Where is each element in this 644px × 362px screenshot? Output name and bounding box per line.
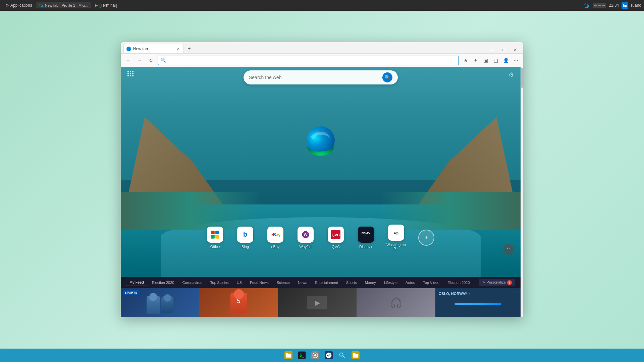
quick-link-disney[interactable]: DISNEY + Disney+ bbox=[354, 227, 378, 249]
close-button[interactable]: ✕ bbox=[510, 47, 521, 53]
bottom-taskbar: $_ bbox=[0, 349, 644, 362]
news-tab-lifestyle[interactable]: Lifestyle bbox=[381, 279, 401, 286]
disney-label: Disney+ bbox=[359, 245, 373, 249]
svg-rect-2 bbox=[215, 231, 219, 234]
extensions-icon[interactable]: ▣ bbox=[481, 56, 490, 65]
address-input-wrapper[interactable]: 🔍 bbox=[158, 56, 459, 65]
browser-content: ⚙ 🔍 bbox=[121, 67, 521, 317]
taskbar-folder[interactable] bbox=[350, 350, 362, 361]
ebay-label: eBay bbox=[271, 245, 279, 249]
tab-favicon bbox=[126, 47, 131, 51]
svg-text:+: + bbox=[365, 234, 367, 238]
news-tab-autos[interactable]: Autos bbox=[402, 279, 418, 286]
more-icon[interactable]: ⋯ bbox=[511, 56, 521, 65]
news-tab-us[interactable]: US bbox=[233, 279, 245, 286]
edge-taskbar-icon bbox=[39, 3, 44, 8]
news-card-oslo[interactable]: OSLO, NORWAY › ⋯ bbox=[435, 288, 521, 317]
news-card-3[interactable]: ▶ bbox=[278, 288, 357, 317]
quick-link-wayfair[interactable]: W Wayfair bbox=[294, 227, 317, 249]
news-card-4[interactable]: 🎧 bbox=[357, 288, 435, 317]
window-controls: — □ ✕ bbox=[487, 47, 521, 53]
quick-links: Office b Bing bbox=[203, 225, 438, 251]
ebay-icon: eBay bbox=[267, 227, 283, 243]
split-screen-icon[interactable]: ◫ bbox=[491, 56, 500, 65]
taskbar-files[interactable] bbox=[282, 350, 294, 361]
taskbar-terminal[interactable]: $_ bbox=[296, 350, 308, 361]
news-tab-science[interactable]: Science bbox=[273, 279, 293, 286]
svg-text:W: W bbox=[304, 232, 308, 237]
news-tab-sports[interactable]: Sports bbox=[343, 279, 360, 286]
taskbar-app-edge[interactable]: New tab - Profile 1 - Micr... bbox=[36, 2, 91, 8]
taskbar-app-terminal[interactable]: ▶ [Terminal] bbox=[92, 2, 119, 8]
active-tab[interactable]: New tab ✕ bbox=[123, 44, 184, 53]
minimize-button[interactable]: — bbox=[487, 47, 498, 53]
quick-link-office[interactable]: Office bbox=[203, 227, 227, 249]
desktop: ⚙ Applications New tab - Profile 1 - Mic… bbox=[0, 0, 644, 362]
address-input[interactable] bbox=[167, 58, 456, 63]
page-settings-icon[interactable]: ⚙ bbox=[508, 71, 514, 78]
search-bar[interactable]: 🔍 bbox=[244, 70, 398, 84]
news-tab-top-stories[interactable]: Top Stories bbox=[207, 279, 232, 286]
maximize-button[interactable]: □ bbox=[498, 47, 509, 53]
new-tab-button[interactable]: + bbox=[184, 44, 194, 53]
waffle-menu-icon[interactable] bbox=[127, 71, 134, 76]
reload-button[interactable]: ↻ bbox=[146, 56, 156, 65]
oslo-card-menu[interactable]: ⋯ bbox=[514, 290, 519, 296]
quick-link-ebay[interactable]: eBay eBay bbox=[264, 227, 287, 249]
tab-title: New tab bbox=[133, 47, 173, 51]
qvc-label: QVC bbox=[332, 245, 340, 249]
personalize-button[interactable]: ✎ Personalize 1 bbox=[479, 279, 515, 286]
taskbar-browser[interactable] bbox=[323, 350, 335, 361]
news-tab-top-video[interactable]: Top Video bbox=[420, 279, 443, 286]
search-input[interactable] bbox=[249, 75, 380, 80]
svg-text:QVC: QVC bbox=[332, 233, 340, 237]
scroll-up-button[interactable]: ⌃ bbox=[503, 244, 514, 255]
news-tab-money[interactable]: Money bbox=[362, 279, 379, 286]
oslo-title: OSLO, NORWAY › bbox=[439, 292, 517, 296]
hp-icon: hp bbox=[622, 2, 628, 9]
new-tab-page: ⚙ 🔍 bbox=[121, 67, 521, 317]
sports-badge: SPORTS bbox=[123, 290, 139, 295]
browser-window: New tab ✕ + — □ ✕ ← → ↻ 🔍 bbox=[121, 42, 523, 317]
bing-label: Bing bbox=[241, 245, 249, 249]
wapo-label: Washington P... bbox=[384, 243, 408, 251]
collections-icon[interactable]: ✦ bbox=[471, 56, 480, 65]
search-button[interactable]: 🔍 bbox=[382, 72, 392, 82]
news-tab-food-news[interactable]: Food News bbox=[247, 279, 272, 286]
svg-rect-3 bbox=[211, 235, 215, 239]
quick-link-add[interactable]: + bbox=[415, 230, 438, 246]
qvc-icon: QVC bbox=[328, 227, 344, 243]
news-tab-my-feed[interactable]: My Feed bbox=[126, 279, 147, 286]
quick-link-wapo[interactable]: wp Washington P... bbox=[384, 225, 408, 251]
news-tab-news[interactable]: News bbox=[294, 279, 311, 286]
browser-body: ⚙ 🔍 bbox=[121, 67, 523, 317]
news-tab-entertainment[interactable]: Entertainment bbox=[312, 279, 341, 286]
profile-icon[interactable]: 👤 bbox=[501, 56, 511, 65]
notification-badge: 1 bbox=[507, 280, 512, 285]
taskbar-app-applications[interactable]: ⚙ Applications bbox=[3, 2, 35, 8]
taskbar-disk[interactable] bbox=[309, 350, 321, 361]
browser-scrollbar[interactable] bbox=[521, 67, 523, 317]
forward-button[interactable]: → bbox=[135, 56, 144, 65]
shoreline-left bbox=[121, 192, 261, 230]
disney-icon: DISNEY + bbox=[358, 227, 374, 243]
wayfair-label: Wayfair bbox=[300, 245, 312, 249]
quick-link-bing[interactable]: b Bing bbox=[233, 227, 257, 249]
shoreline-right bbox=[381, 192, 521, 230]
taskbar-search[interactable] bbox=[336, 350, 348, 361]
news-tab-coronavirus[interactable]: Coronavirus bbox=[179, 279, 205, 286]
news-tab-election-2020-2[interactable]: Election 2020 bbox=[444, 279, 473, 286]
svg-rect-4 bbox=[215, 235, 219, 239]
add-link-button[interactable]: + bbox=[418, 230, 434, 246]
tab-close-button[interactable]: ✕ bbox=[175, 46, 181, 52]
quick-link-qvc[interactable]: QVC QVC bbox=[324, 227, 347, 249]
scrollbar-thumb[interactable] bbox=[521, 68, 523, 88]
news-tab-election-2020[interactable]: Election 2020 bbox=[149, 279, 178, 286]
news-card-1[interactable]: SPORTS bbox=[121, 288, 199, 317]
back-button[interactable]: ← bbox=[123, 56, 133, 65]
svg-rect-1 bbox=[211, 231, 215, 234]
address-search-icon: 🔍 bbox=[161, 58, 166, 63]
news-card-2[interactable]: 5 bbox=[199, 288, 278, 317]
favorites-icon[interactable]: ★ bbox=[461, 56, 470, 65]
desktop-area: New tab ✕ + — □ ✕ ← → ↻ 🔍 bbox=[0, 11, 644, 349]
